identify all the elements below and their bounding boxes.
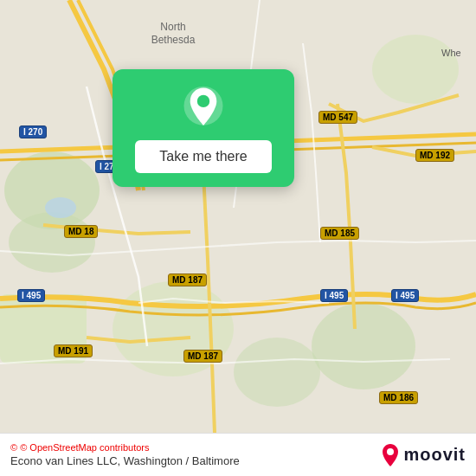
svg-point-13 (197, 95, 209, 107)
svg-text:North: North (160, 21, 185, 33)
road-label-md547: MD 547 (318, 111, 357, 124)
road-label-i495-right1: I 495 (320, 289, 348, 302)
svg-point-7 (234, 338, 320, 407)
svg-point-2 (9, 212, 95, 273)
take-me-there-button[interactable]: Take me there (135, 140, 271, 173)
business-name: Econo van Lines LLC, Washington / Baltim… (10, 454, 240, 467)
road-label-md185: MD 185 (320, 227, 359, 240)
road-label-i495-left: I 495 (17, 289, 45, 302)
road-label-i495-right2: I 495 (391, 289, 419, 302)
road-label-md187-mid: MD 187 (168, 273, 207, 286)
svg-text:Whe: Whe (441, 48, 461, 58)
road-label-md186: MD 186 (379, 391, 418, 404)
copyright-symbol: © (10, 442, 17, 453)
brand-logo: moovit (381, 443, 466, 467)
moovit-pin-icon (381, 443, 400, 467)
road-label-md18x: MD 18 (64, 225, 98, 238)
road-label-md187-bot: MD 187 (183, 350, 222, 363)
svg-text:Bethesda: Bethesda (151, 34, 196, 46)
svg-point-8 (45, 197, 76, 218)
bottom-bar: © © OpenStreetMap contributors Econo van… (0, 433, 476, 476)
road-label-md191: MD 191 (54, 344, 93, 357)
brand-name: moovit (403, 445, 466, 465)
attribution-text: © OpenStreetMap contributors (20, 442, 149, 453)
map-container: North Bethesda Whe I 270 I 270 MD 547 MD… (0, 0, 476, 433)
road-label-md192: MD 192 (415, 149, 454, 162)
svg-point-5 (312, 303, 415, 389)
location-card: Take me there (113, 69, 294, 187)
svg-point-4 (372, 35, 459, 104)
road-label-i270-nw: I 270 (19, 125, 47, 138)
location-pin-icon (180, 85, 227, 132)
svg-point-14 (387, 448, 394, 455)
attribution: © © OpenStreetMap contributors (10, 442, 240, 453)
